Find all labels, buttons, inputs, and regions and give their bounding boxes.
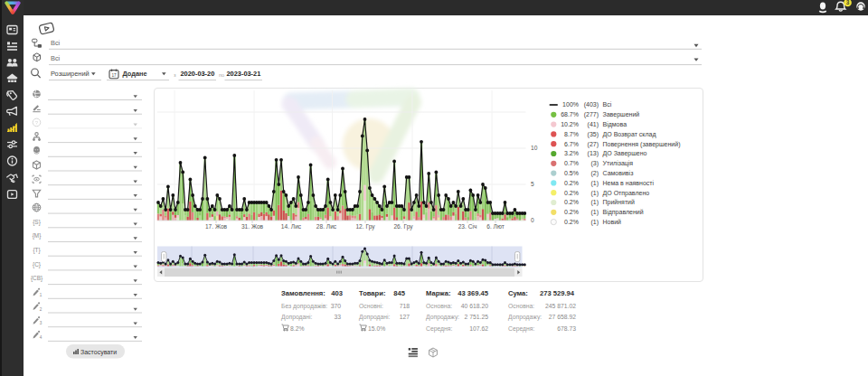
svg-text:Відправлений: Відправлений xyxy=(603,209,644,216)
svg-text:2: 2 xyxy=(40,307,42,312)
svg-text:Допродані:: Допродані: xyxy=(281,314,313,321)
svg-text:5: 5 xyxy=(531,181,534,187)
svg-text:(1): (1) xyxy=(590,209,599,216)
svg-text:6.7%: 6.7% xyxy=(564,141,579,147)
svg-text:(27): (27) xyxy=(588,141,599,148)
svg-text:Замовлення:: Замовлення: xyxy=(281,289,326,297)
svg-text:127: 127 xyxy=(400,314,410,320)
svg-text:31. Жов: 31. Жов xyxy=(241,223,264,230)
svg-text:0.2%: 0.2% xyxy=(564,190,579,196)
svg-text:4: 4 xyxy=(40,335,42,340)
svg-text:Застосувати: Застосувати xyxy=(80,349,117,356)
svg-text:Основна:: Основна: xyxy=(508,303,534,309)
svg-text:Допродажу:: Допродажу: xyxy=(508,314,542,321)
svg-text:845: 845 xyxy=(393,289,405,297)
svg-text:718: 718 xyxy=(400,303,410,309)
svg-text:(1): (1) xyxy=(590,180,599,187)
svg-text:ДО Отправлено: ДО Отправлено xyxy=(603,190,650,197)
svg-text:678.73: 678.73 xyxy=(557,325,576,332)
svg-text:3: 3 xyxy=(40,321,42,325)
svg-text:23. Січ: 23. Січ xyxy=(458,223,477,230)
svg-text:(13): (13) xyxy=(588,150,599,157)
svg-text:273 529.94: 273 529.94 xyxy=(540,289,575,297)
svg-text:Всі: Всі xyxy=(51,54,61,62)
svg-text:43 369.45: 43 369.45 xyxy=(458,289,489,297)
svg-text:(3): (3) xyxy=(590,160,599,167)
svg-text:Завершений: Завершений xyxy=(603,111,640,118)
svg-text:(1): (1) xyxy=(590,199,599,206)
svg-text:12. Гру: 12. Гру xyxy=(355,223,375,230)
svg-text:3: 3 xyxy=(846,0,850,5)
svg-text:40 618.20: 40 618.20 xyxy=(461,303,488,309)
svg-text:0.7%: 0.7% xyxy=(564,160,579,166)
svg-text:(403): (403) xyxy=(584,101,599,108)
svg-text:0.2%: 0.2% xyxy=(564,209,579,215)
svg-text:?: ? xyxy=(35,120,39,126)
svg-text:2020-03-20: 2020-03-20 xyxy=(181,70,215,78)
svg-text:Додане: Додане xyxy=(123,70,147,78)
svg-text:{CB}: {CB} xyxy=(31,275,43,282)
svg-text:(1): (1) xyxy=(590,190,599,197)
svg-text:10: 10 xyxy=(531,145,538,151)
svg-text:27 658.92: 27 658.92 xyxy=(549,314,576,320)
svg-text:0.5%: 0.5% xyxy=(564,170,579,176)
svg-text:{S}: {S} xyxy=(33,219,41,226)
svg-text:17: 17 xyxy=(111,73,117,78)
svg-text:ДО Завершено: ДО Завершено xyxy=(603,150,647,157)
svg-text:Самовивіз: Самовивіз xyxy=(603,170,634,176)
svg-text:Допродані:: Допродані: xyxy=(359,314,391,321)
svg-text:0.2%: 0.2% xyxy=(564,219,579,225)
svg-text:370: 370 xyxy=(331,303,342,309)
svg-text:{T}: {T} xyxy=(33,247,41,254)
svg-text:245 871.02: 245 871.02 xyxy=(545,303,576,309)
svg-text:2023-03-21: 2023-03-21 xyxy=(227,70,261,78)
svg-text:0.2%: 0.2% xyxy=(564,180,579,186)
svg-text:8.7%: 8.7% xyxy=(564,131,579,137)
svg-text:Розширений: Розширений xyxy=(51,70,90,78)
svg-text:68.7%: 68.7% xyxy=(561,111,579,118)
svg-text:8.2%: 8.2% xyxy=(290,325,305,332)
svg-text:{M}: {M} xyxy=(33,232,42,240)
svg-text:по: по xyxy=(219,72,224,78)
svg-text:15.0%: 15.0% xyxy=(368,325,385,332)
svg-text:Відмова: Відмова xyxy=(603,121,627,128)
svg-text:Допродажу:: Допродажу: xyxy=(426,314,459,321)
svg-text:Основна:: Основна: xyxy=(426,303,452,309)
svg-text:Середня:: Середня: xyxy=(508,325,534,333)
svg-text:(41): (41) xyxy=(588,121,599,128)
svg-text:6. Лют: 6. Лют xyxy=(486,223,504,230)
svg-text:(1): (1) xyxy=(590,219,599,226)
svg-text:100%: 100% xyxy=(562,101,579,108)
svg-text:Всі: Всі xyxy=(603,101,612,108)
svg-text:403: 403 xyxy=(331,289,343,297)
svg-text:1: 1 xyxy=(40,293,42,297)
svg-text:Маржа:: Маржа: xyxy=(426,289,450,297)
svg-text:33: 33 xyxy=(334,314,341,320)
svg-text:28. Лис: 28. Лис xyxy=(316,223,337,230)
svg-text:Сума:: Сума: xyxy=(508,289,528,297)
svg-text:(277): (277) xyxy=(584,111,599,118)
svg-text:26. Гру: 26. Гру xyxy=(393,223,413,230)
svg-text:0: 0 xyxy=(531,217,534,223)
svg-text:107.62: 107.62 xyxy=(469,325,488,332)
svg-text:ДО Возврат склад: ДО Возврат склад xyxy=(603,131,656,138)
svg-text:{C}: {C} xyxy=(33,261,42,268)
svg-text:(2): (2) xyxy=(590,170,599,177)
svg-text:Новий: Новий xyxy=(603,219,622,225)
svg-text:2 751.25: 2 751.25 xyxy=(465,314,489,320)
svg-text:з: з xyxy=(174,72,176,78)
svg-text:(35): (35) xyxy=(588,131,599,138)
svg-text:Без допродажів:: Без допродажів: xyxy=(281,303,327,310)
svg-text:14. Лис: 14. Лис xyxy=(281,223,302,230)
svg-text:Нема в наявності: Нема в наявності xyxy=(603,180,655,186)
svg-text:Прийнятий: Прийнятий xyxy=(603,199,636,206)
svg-text:17. Жов: 17. Жов xyxy=(205,223,228,230)
svg-text:Повернення (завершений): Повернення (завершений) xyxy=(603,141,681,148)
svg-text:Всі: Всі xyxy=(51,39,61,47)
svg-text:Основні:: Основні: xyxy=(359,303,383,309)
svg-text:3.2%: 3.2% xyxy=(564,150,579,156)
svg-text:Товари:: Товари: xyxy=(359,289,385,297)
svg-text:0.2%: 0.2% xyxy=(564,199,579,205)
svg-text:Середня:: Середня: xyxy=(426,325,452,333)
svg-text:Утилізація: Утилізація xyxy=(603,160,634,167)
